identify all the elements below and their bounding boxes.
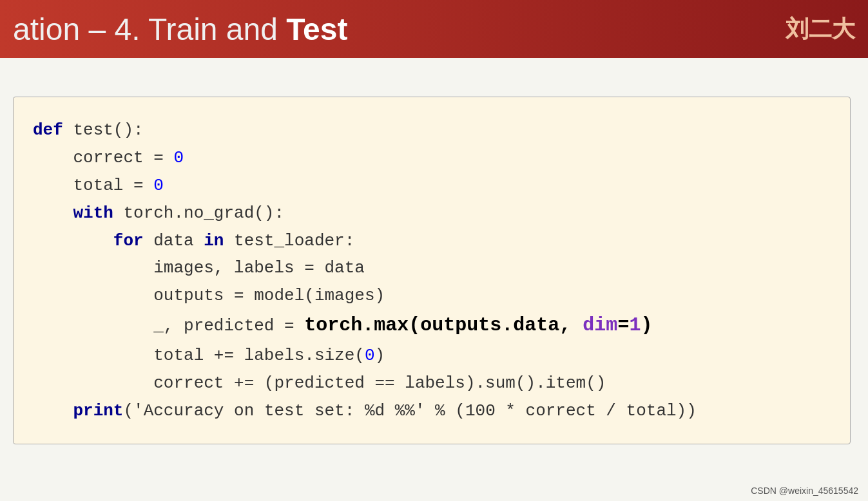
header-title-text: ation – 4. Train and (13, 12, 286, 46)
footer-credit: CSDN @weixin_45615542 (751, 486, 858, 496)
code-line: def test(): (33, 117, 831, 144)
watermark: 刘二大 (786, 14, 855, 45)
code-line: _, predicted = torch.max(outputs.data, d… (33, 310, 831, 342)
code-line: total = 0 (33, 172, 831, 200)
header-title: ation – 4. Train and Test (13, 12, 347, 47)
code-line: images, labels = data (33, 254, 831, 282)
slide-header: ation – 4. Train and Test 刘二大 (0, 0, 868, 58)
header-title-bold: Test (286, 12, 347, 46)
code-line: correct += (predicted == labels).sum().i… (33, 370, 831, 397)
code-line: for data in test_loader: (33, 227, 831, 255)
code-line: print('Accuracy on test set: %d %%' % (1… (33, 397, 831, 425)
code-line: with torch.no_grad(): (33, 200, 831, 227)
code-block: def test(): correct = 0 total = 0 with t… (13, 97, 851, 444)
code-line: outputs = model(images) (33, 282, 831, 310)
main-content: def test(): correct = 0 total = 0 with t… (0, 58, 868, 457)
code-line: total += labels.size(0) (33, 342, 831, 370)
code-line: correct = 0 (33, 144, 831, 172)
